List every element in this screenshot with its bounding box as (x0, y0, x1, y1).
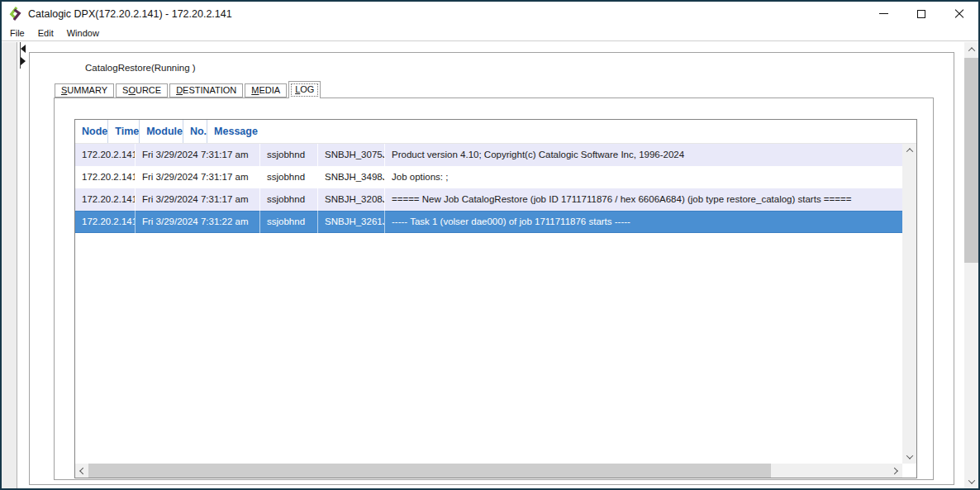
expand-right-icon (21, 57, 26, 65)
column-header[interactable]: No. (183, 120, 207, 143)
close-button[interactable] (940, 2, 978, 26)
cell-time: Fri 3/29/2024 7:31:22 am (136, 211, 260, 233)
cell-module: ssjobhnd (260, 166, 318, 188)
log-table: Node Time Module No. Message (74, 119, 917, 478)
cell-node: 172.20.2.141 (75, 211, 136, 233)
cell-module: ssjobhnd (260, 144, 318, 166)
menu-item[interactable]: Edit (31, 26, 60, 40)
column-header[interactable]: Module (140, 120, 183, 143)
log-table-body: 172.20.2.141 Fri 3/29/2024 7:31:17 am ss… (75, 144, 902, 464)
menu-item[interactable]: Window (60, 26, 106, 40)
cell-number: SNBJH_3075J (318, 144, 385, 166)
cell-module: ssjobhnd (260, 211, 318, 233)
window-controls (864, 2, 978, 26)
tab-label-post: ESTINATION (183, 85, 236, 95)
table-horizontal-scrollbar[interactable] (75, 464, 902, 478)
tab[interactable]: MEDIA (245, 83, 287, 98)
table-scroll-left-button[interactable] (75, 464, 88, 478)
window-vscroll-track[interactable] (964, 56, 978, 474)
collapsed-left-panel (2, 42, 17, 488)
log-tab-panel: Node Time Module No. Message (54, 98, 934, 480)
window-scroll-up-button[interactable] (964, 42, 978, 56)
cell-node: 172.20.2.141 (75, 166, 136, 188)
tab-label-post: UMMARY (67, 85, 107, 95)
panel-splitter[interactable] (18, 42, 26, 488)
window-scroll-down-button[interactable] (964, 474, 978, 488)
cell-module: ssjobhnd (260, 188, 318, 211)
chevron-up-icon (906, 148, 912, 155)
log-row[interactable]: 172.20.2.141 Fri 3/29/2024 7:31:22 am ss… (75, 211, 902, 233)
menu-item[interactable]: File (3, 26, 31, 40)
column-header[interactable]: Message (207, 120, 258, 143)
column-header[interactable]: Node (75, 120, 108, 143)
cell-message: ===== New Job CatalogRestore (job ID 171… (385, 188, 902, 211)
scrollbar-corner (902, 464, 916, 478)
cell-time: Fri 3/29/2024 7:31:17 am (136, 188, 260, 211)
table-vertical-scrollbar[interactable] (902, 144, 916, 464)
tab-strip: SUMMARY SOURCE DESTINATION MEDIA (55, 81, 321, 98)
chevron-down-icon (968, 477, 974, 483)
job-detail-panel: CatalogRestore(Running ) SUMMARY SOURCE … (29, 52, 954, 485)
tab-label-mnemonic: D (176, 85, 183, 95)
log-row[interactable]: 172.20.2.141 Fri 3/29/2024 7:31:17 am ss… (75, 144, 902, 166)
chevron-left-icon (79, 467, 86, 473)
cell-time: Fri 3/29/2024 7:31:17 am (136, 166, 260, 188)
chevron-up-icon (968, 47, 974, 54)
cell-number: SNBJH_3261J (318, 211, 385, 233)
tab[interactable]: SUMMARY (55, 83, 114, 98)
table-scroll-down-button[interactable] (902, 450, 916, 464)
maximize-button[interactable] (902, 2, 940, 26)
splitter-handle[interactable] (21, 45, 26, 65)
log-table-header: Node Time Module No. Message (75, 120, 916, 144)
window-title: Catalogic DPX(172.20.2.141) - 172.20.2.1… (28, 8, 232, 20)
tab-label-post: URCE (136, 85, 161, 95)
minimize-icon (879, 13, 888, 14)
column-header[interactable]: Time (108, 120, 140, 143)
app-window: Catalogic DPX(172.20.2.141) - 172.20.2.1… (0, 0, 980, 490)
app-body: CatalogRestore(Running ) SUMMARY SOURCE … (2, 42, 978, 488)
table-scroll-up-button[interactable] (902, 144, 916, 157)
cell-number: SNBJH_3498J (318, 166, 385, 188)
window-vscroll-thumb[interactable] (964, 58, 978, 263)
job-status-title: CatalogRestore(Running ) (85, 63, 196, 73)
tab-label-post: OG (300, 84, 314, 94)
cell-message: Job options: ; (385, 166, 902, 188)
chevron-down-icon (906, 452, 912, 459)
cell-node: 172.20.2.141 (75, 188, 136, 211)
catalogic-logo-icon (8, 7, 22, 21)
tab[interactable]: SOURCE (116, 83, 168, 98)
table-scroll-right-button[interactable] (889, 464, 902, 478)
table-vscroll-track[interactable] (902, 157, 916, 450)
log-table-middle: 172.20.2.141 Fri 3/29/2024 7:31:17 am ss… (75, 144, 916, 464)
chevron-right-icon (891, 467, 897, 473)
tab[interactable]: LOG (288, 81, 321, 98)
close-icon (954, 9, 964, 19)
minimize-button[interactable] (864, 2, 902, 26)
log-row[interactable]: 172.20.2.141 Fri 3/29/2024 7:31:17 am ss… (75, 166, 902, 188)
title-bar: Catalogic DPX(172.20.2.141) - 172.20.2.1… (2, 2, 978, 26)
collapse-left-icon (21, 45, 26, 53)
cell-number: SNBJH_3208J (318, 188, 385, 211)
hscroll-track[interactable] (771, 464, 889, 478)
table-hscroll-row (75, 464, 916, 478)
cell-message: Product version 4.10; Copyright(c) Catal… (385, 144, 902, 166)
maximize-icon (917, 10, 925, 18)
cell-node: 172.20.2.141 (75, 144, 136, 166)
menu-bar: File Edit Window (2, 26, 978, 41)
log-row[interactable]: 172.20.2.141 Fri 3/29/2024 7:31:17 am ss… (75, 188, 902, 211)
hscroll-thumb[interactable] (88, 464, 771, 478)
cell-message: ----- Task 1 (volser dae000) of job 1711… (385, 211, 902, 233)
window-vertical-scrollbar[interactable] (964, 42, 978, 488)
cell-time: Fri 3/29/2024 7:31:17 am (136, 144, 260, 166)
tab-label-mnemonic: O (128, 85, 136, 95)
tab[interactable]: DESTINATION (169, 83, 243, 98)
tab-label-post: EDIA (259, 85, 280, 95)
